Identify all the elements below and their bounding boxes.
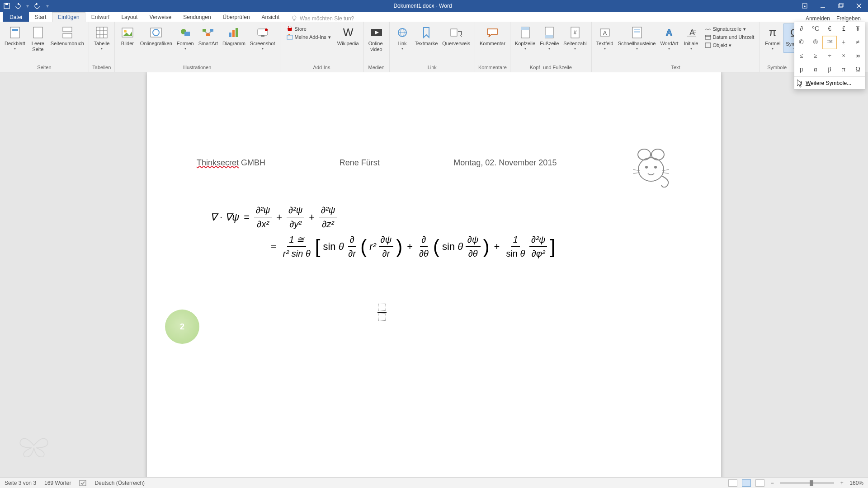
onlinegrafiken-button[interactable]: Onlinegrafiken <box>138 23 174 47</box>
svg-rect-39 <box>288 34 290 35</box>
group-link: Link▾ Textmarke Querverweis Link <box>390 22 476 72</box>
proofing-icon[interactable] <box>79 480 86 486</box>
tab-ueberpruefen[interactable]: Überprüfen <box>217 12 256 22</box>
deckblatt-button[interactable]: Deckblatt▾ <box>3 23 27 52</box>
schnellbausteine-button[interactable]: Schnellbausteine▾ <box>616 23 658 52</box>
tab-sendungen[interactable]: Sendungen <box>177 12 217 22</box>
zoom-in-button[interactable]: + <box>839 480 845 486</box>
svg-rect-12 <box>12 29 18 31</box>
symbol-cell[interactable]: Ω <box>851 63 865 76</box>
textfeld-button[interactable]: ATextfeld▾ <box>594 23 615 52</box>
status-page[interactable]: Seite 3 von 3 <box>5 480 36 486</box>
bilder-button[interactable]: Bilder <box>118 23 137 47</box>
placeholder-box-icon <box>378 314 386 321</box>
my-addins-button[interactable]: Meine Add-Ins ▾ <box>285 33 333 41</box>
seitenzahl-button[interactable]: #Seitenzahl▾ <box>561 23 588 52</box>
tab-einfuegen[interactable]: Einfügen <box>52 12 85 22</box>
textmarke-button[interactable]: Textmarke <box>413 23 440 47</box>
signaturzeile-button[interactable]: Signaturzeile ▾ <box>703 25 756 33</box>
view-read-button[interactable] <box>728 479 737 487</box>
tab-entwurf[interactable]: Entwurf <box>85 12 116 22</box>
group-seiten: Deckblatt▾ Leere Seite Seitenumbruch Sei… <box>0 22 89 72</box>
signin-link[interactable]: Anmelden <box>806 15 830 22</box>
window-controls <box>796 0 868 12</box>
group-addins: Store Meine Add-Ins ▾ WWikipedia Add-Ins <box>280 22 364 72</box>
ribbon-display-options-icon[interactable] <box>796 0 814 12</box>
tab-start[interactable]: Start <box>29 12 52 22</box>
quick-access-toolbar: ▾ ▾ <box>0 3 50 9</box>
status-words[interactable]: 169 Wörter <box>44 480 71 486</box>
equation-block[interactable]: ∇ · ∇ψ= ∂²ψ∂x² + ∂²ψ∂y² + ∂²ψ∂z² = 1 ≅r²… <box>210 203 671 260</box>
symbol-cell[interactable]: ∂ <box>794 22 808 36</box>
tab-file[interactable]: Datei <box>3 12 29 22</box>
kopfzeile-button[interactable]: Kopfzeile▾ <box>513 23 537 52</box>
formel-button[interactable]: πFormel▾ <box>763 23 783 52</box>
symbol-cell[interactable]: × <box>837 49 851 63</box>
addins-icon <box>287 34 293 40</box>
seitenumbruch-button[interactable]: Seitenumbruch <box>49 23 86 47</box>
objekt-button[interactable]: Objekt ▾ <box>703 42 756 49</box>
diagramm-button[interactable]: Diagramm <box>221 23 247 47</box>
zoom-level[interactable]: 160% <box>849 480 863 486</box>
wordart-button[interactable]: AWordArt▾ <box>658 23 680 52</box>
svg-rect-45 <box>451 29 457 36</box>
symbol-cell-hovered[interactable]: ™ <box>822 36 836 49</box>
datum-uhrzeit-button[interactable]: Datum und Uhrzeit <box>703 33 756 41</box>
close-button[interactable] <box>850 0 868 12</box>
store-button[interactable]: Store <box>285 25 333 33</box>
more-symbols-button[interactable]: Ω Weitere Symbole... <box>794 76 865 89</box>
svg-text:#: # <box>574 29 577 36</box>
symbol-cell[interactable]: µ <box>794 63 808 76</box>
minimize-button[interactable] <box>814 0 832 12</box>
symbol-cell[interactable]: £ <box>837 22 851 36</box>
maximize-button[interactable] <box>832 0 850 12</box>
tabelle-button[interactable]: Tabelle▾ <box>92 23 112 52</box>
view-web-button[interactable] <box>755 479 764 487</box>
equation-placeholder[interactable] <box>377 303 387 322</box>
svg-rect-49 <box>545 35 553 38</box>
symbol-cell[interactable]: °C <box>808 22 822 36</box>
symbol-cell[interactable]: ¥ <box>851 22 865 36</box>
redo-icon[interactable] <box>34 3 41 9</box>
wikipedia-button[interactable]: WWikipedia <box>335 23 361 47</box>
symbol-cell[interactable]: α <box>808 63 822 76</box>
store-icon <box>287 26 293 32</box>
leere-seite-button[interactable]: Leere Seite <box>28 23 48 53</box>
symbol-cell[interactable]: ± <box>837 36 851 49</box>
svg-rect-36 <box>261 35 264 37</box>
tell-me-search[interactable]: Was möchten Sie tun? <box>292 15 354 22</box>
online-video-button[interactable]: Online- video <box>367 23 387 53</box>
symbol-cell[interactable]: ® <box>808 36 822 49</box>
symbol-cell[interactable]: € <box>822 22 836 36</box>
symbol-cell[interactable]: ≥ <box>808 49 822 63</box>
zoom-slider[interactable] <box>780 482 834 484</box>
tab-layout[interactable]: Layout <box>115 12 143 22</box>
zoom-out-button[interactable]: − <box>769 480 775 486</box>
querverweis-button[interactable]: Querverweis <box>440 23 472 47</box>
smartart-button[interactable]: SmartArt <box>197 23 220 47</box>
initiale-button[interactable]: AInitiale▾ <box>681 23 701 52</box>
symbol-cell[interactable]: ≠ <box>851 36 865 49</box>
screenshot-button[interactable]: Screenshot▾ <box>248 23 277 52</box>
formen-button[interactable]: Formen▾ <box>175 23 196 52</box>
tab-verweise[interactable]: Verweise <box>143 12 177 22</box>
symbol-cell[interactable]: π <box>837 63 851 76</box>
page[interactable]: Thinksecret GMBH Rene Fürst Montag, 02. … <box>147 72 721 477</box>
symbol-cell[interactable]: © <box>794 36 808 49</box>
undo-icon[interactable] <box>14 3 21 9</box>
link-button[interactable]: Link▾ <box>392 23 412 52</box>
tab-ansicht[interactable]: Ansicht <box>256 12 285 22</box>
symbol-cell[interactable]: ≤ <box>794 49 808 63</box>
status-language[interactable]: Deutsch (Österreich) <box>94 480 145 486</box>
header-center: Rene Fürst <box>340 158 380 168</box>
symbol-cell[interactable]: ∞ <box>851 49 865 63</box>
share-button[interactable]: Freigeben <box>836 15 861 22</box>
group-kommentare: Kommentar Kommentare <box>475 22 510 72</box>
symbol-cell[interactable]: ÷ <box>822 49 836 63</box>
kommentar-button[interactable]: Kommentar <box>478 23 507 47</box>
symbol-cell[interactable]: β <box>822 63 836 76</box>
view-print-button[interactable] <box>742 479 751 487</box>
fusszeile-button[interactable]: Fußzeile▾ <box>538 23 561 52</box>
save-icon[interactable] <box>4 3 10 9</box>
ribbon: Deckblatt▾ Leere Seite Seitenumbruch Sei… <box>0 22 868 72</box>
